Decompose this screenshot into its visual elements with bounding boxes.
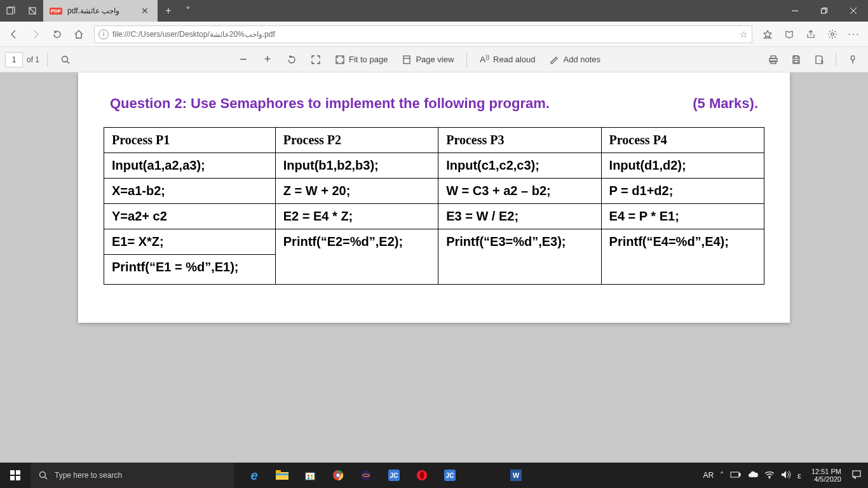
separator — [466, 53, 467, 67]
table-cell: Input(a1,a2,a3); — [104, 153, 275, 179]
svg-rect-49 — [853, 471, 860, 477]
url-field[interactable]: i file:///C:/Users/user/Desktop/واجب%20ع… — [94, 25, 752, 43]
minimize-button[interactable] — [780, 0, 810, 22]
pdf-viewport[interactable]: Question 2: Use Semaphores to implement … — [0, 72, 868, 463]
fullscreen-icon[interactable] — [306, 50, 326, 70]
table-cell: Z = W + 20; — [276, 179, 438, 204]
svg-point-41 — [420, 471, 424, 479]
reading-icon[interactable] — [779, 24, 799, 44]
find-icon[interactable] — [55, 50, 76, 70]
start-button[interactable] — [0, 463, 31, 488]
window-controls — [780, 0, 868, 22]
site-info-icon[interactable]: i — [98, 29, 109, 39]
tray-chevron-up-icon[interactable]: ˄ — [720, 471, 724, 480]
tray-ime[interactable]: ε — [797, 471, 801, 480]
tray-cloud-icon[interactable] — [748, 471, 758, 480]
tray-time: 12:51 PM — [811, 468, 841, 475]
close-window-button[interactable] — [839, 0, 868, 22]
table-cell: Input(d1,d2); — [602, 153, 764, 179]
set-aside-tabs-icon[interactable] — [22, 0, 43, 22]
more-icon[interactable]: ··· — [844, 24, 864, 44]
tabs-dropdown-icon[interactable]: ˅ — [179, 0, 197, 22]
table-cell: E3 = W / E2; — [438, 204, 600, 229]
new-tab-button[interactable]: + — [158, 0, 179, 22]
table-cell: Printf(“E2=%d”,E2); — [276, 229, 438, 284]
tray-clock[interactable]: 12:51 PM 4/5/2020 — [808, 468, 845, 483]
zoom-in-icon[interactable]: + — [257, 50, 278, 70]
svg-point-8 — [62, 56, 68, 62]
taskbar-store-icon[interactable] — [296, 463, 324, 488]
table-header-cell: Process P4 — [601, 128, 764, 153]
pdf-toolbar-right — [763, 50, 863, 70]
question-heading: Question 2: Use Semaphores to implement … — [110, 95, 758, 112]
table-header-cell: Process P2 — [275, 128, 438, 153]
page-view-button[interactable]: Page view — [397, 50, 459, 70]
rotate-icon[interactable] — [281, 50, 302, 70]
add-notes-label: Add notes — [564, 55, 601, 64]
question-marks: (5 Marks). — [693, 95, 758, 112]
table-header-cell: Process P3 — [438, 128, 601, 153]
table-cell: E1= X*Z; — [104, 229, 275, 255]
svg-line-9 — [67, 61, 70, 64]
system-tray: AR ˄ ε 12:51 PM 4/5/2020 — [696, 468, 868, 483]
tray-wifi-icon[interactable] — [764, 471, 775, 480]
tray-notifications-icon[interactable] — [851, 470, 862, 482]
svg-rect-16 — [794, 56, 798, 58]
table-cell: Y=a2+ c2 — [104, 204, 275, 229]
taskbar-app1-icon[interactable]: JC — [380, 463, 408, 488]
fit-to-page-label: Fit to page — [349, 55, 388, 64]
svg-rect-11 — [403, 56, 410, 64]
table-header-cell: Process P1 — [104, 128, 276, 153]
tray-volume-icon[interactable] — [781, 470, 791, 481]
tray-battery-icon[interactable] — [730, 471, 742, 480]
save-as-icon[interactable] — [809, 50, 829, 70]
svg-rect-47 — [739, 473, 740, 476]
home-button[interactable] — [69, 24, 89, 44]
svg-rect-17 — [794, 60, 798, 63]
search-placeholder: Type here to search — [55, 471, 122, 480]
print-icon[interactable] — [763, 50, 783, 70]
page-number-input[interactable]: 1 — [5, 52, 23, 67]
fit-to-page-button[interactable]: Fit to page — [330, 50, 393, 70]
svg-rect-32 — [311, 477, 313, 479]
url-text: file:///C:/Users/user/Desktop/واجب%20عائ… — [112, 30, 275, 39]
svg-rect-31 — [308, 477, 309, 479]
svg-point-35 — [337, 474, 340, 477]
windows-taskbar: Type here to search e JC JC W AR ˄ — [0, 463, 868, 488]
page-count-label: of 1 — [27, 55, 39, 64]
table-cell: E2 = E4 * Z; — [276, 204, 438, 229]
taskbar-word-icon[interactable]: W — [502, 463, 530, 488]
forward-button[interactable] — [25, 24, 46, 44]
taskbar-eclipse-icon[interactable] — [352, 463, 380, 488]
favorites-list-icon[interactable] — [757, 24, 778, 44]
taskbar-opera-icon[interactable] — [408, 463, 436, 488]
table-cell: Input(c1,c2,c3); — [438, 153, 600, 179]
svg-rect-28 — [306, 473, 315, 480]
table-header-row: Process P1 Process P2 Process P3 Process… — [104, 128, 764, 153]
svg-rect-21 — [10, 476, 15, 480]
taskbar-explorer-icon[interactable] — [268, 463, 296, 488]
taskbar-search[interactable]: Type here to search — [31, 463, 234, 488]
save-icon[interactable] — [786, 50, 806, 70]
maximize-button[interactable] — [810, 0, 839, 22]
svg-rect-30 — [311, 475, 313, 477]
tray-date: 4/5/2020 — [811, 475, 841, 483]
refresh-button[interactable] — [47, 24, 67, 44]
pin-toolbar-icon[interactable] — [843, 50, 863, 70]
separator — [836, 53, 836, 67]
taskbar-edge-icon[interactable]: e — [240, 463, 268, 488]
favorite-star-icon[interactable]: ☆ — [740, 29, 748, 39]
tab-actions-icon[interactable] — [0, 0, 22, 22]
taskbar-chrome-icon[interactable] — [324, 463, 352, 488]
share-icon[interactable] — [801, 24, 821, 44]
taskbar-app2-icon[interactable]: JC — [436, 463, 464, 488]
close-tab-icon[interactable]: ✕ — [139, 6, 151, 16]
browser-tab[interactable]: PDF pdf.واجب عائشة ✕ — [43, 0, 158, 22]
tabs-leading-icons — [0, 0, 43, 22]
back-button[interactable] — [4, 24, 24, 44]
tray-language[interactable]: AR — [703, 471, 714, 480]
settings-icon[interactable] — [822, 24, 843, 44]
read-aloud-button[interactable]: A)) Read aloud — [475, 50, 540, 70]
add-notes-button[interactable]: Add notes — [545, 50, 606, 70]
zoom-out-icon[interactable]: − — [233, 50, 254, 70]
